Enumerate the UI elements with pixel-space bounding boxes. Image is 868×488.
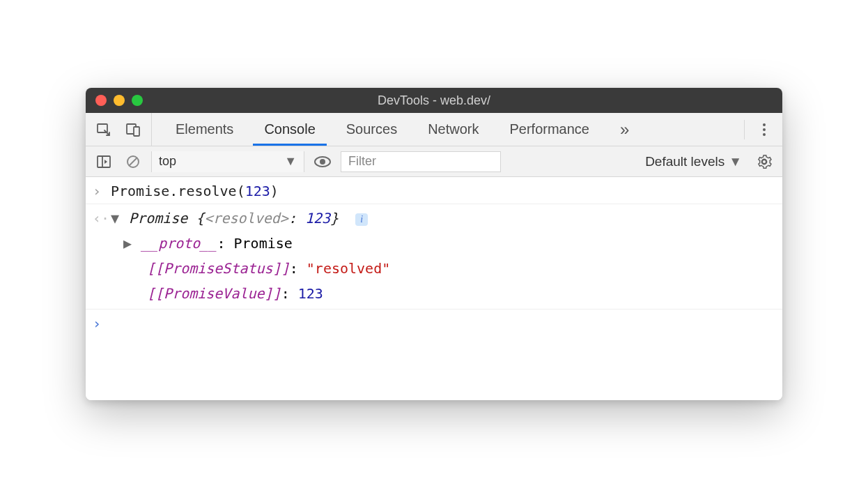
console-toolbar: top ▼ Default levels ▼	[86, 146, 782, 177]
toggle-sidebar-icon[interactable]	[93, 151, 115, 173]
dropdown-arrow-icon: ▼	[729, 154, 742, 169]
inspect-element-icon[interactable]	[93, 119, 115, 141]
tab-sources[interactable]: Sources	[331, 113, 412, 146]
traffic-lights	[95, 95, 143, 106]
window-titlebar: DevTools - web.dev/	[86, 88, 782, 113]
console-output: › Promise.resolve(123) ‹· ▼ Promise {<re…	[86, 177, 782, 400]
result-status-row[interactable]: [[PromiseStatus]]: "resolved"	[86, 254, 782, 280]
svg-point-11	[320, 159, 325, 165]
levels-label: Default levels	[645, 154, 724, 169]
clear-console-icon[interactable]	[122, 151, 144, 173]
expand-arrow-icon[interactable]: ▼	[111, 207, 121, 229]
tabbar-right-tools	[733, 113, 782, 146]
svg-point-4	[763, 128, 766, 131]
output-chevron-icon: ‹·	[93, 207, 111, 229]
tab-network[interactable]: Network	[412, 113, 494, 146]
svg-rect-2	[134, 127, 139, 136]
console-input-row: › Promise.resolve(123)	[86, 177, 782, 202]
console-result-row: ‹· ▼ Promise {<resolved>: 123} i	[86, 204, 782, 229]
input-chevron-icon: ›	[93, 180, 111, 202]
result-summary[interactable]: ▼ Promise {<resolved>: 123} i	[111, 207, 775, 229]
console-settings-icon[interactable]	[753, 151, 775, 173]
console-prompt-row[interactable]: ›	[86, 310, 782, 335]
result-proto-row[interactable]: ▶ __proto__: Promise	[86, 229, 782, 254]
svg-point-5	[763, 133, 766, 136]
svg-line-9	[130, 158, 137, 165]
filter-input[interactable]	[341, 151, 501, 172]
panel-tabs: Elements Console Sources Network Perform…	[152, 113, 733, 146]
toggle-device-icon[interactable]	[122, 119, 144, 141]
tab-console[interactable]: Console	[249, 113, 330, 146]
window-title: DevTools - web.dev/	[86, 93, 782, 108]
minimize-window-button[interactable]	[114, 95, 125, 106]
prompt-chevron-icon: ›	[93, 312, 111, 335]
tab-elements[interactable]: Elements	[160, 113, 249, 146]
svg-point-3	[763, 123, 766, 126]
panel-tabbar: Elements Console Sources Network Perform…	[86, 113, 782, 146]
tab-performance[interactable]: Performance	[495, 113, 605, 146]
info-badge-icon[interactable]: i	[355, 213, 368, 226]
live-expression-icon[interactable]	[311, 151, 334, 173]
kebab-menu-icon[interactable]	[753, 119, 775, 141]
svg-point-12	[762, 160, 766, 164]
more-tabs-button[interactable]: »	[605, 113, 644, 146]
divider	[744, 120, 745, 139]
log-levels-select[interactable]: Default levels ▼	[645, 154, 746, 169]
dropdown-arrow-icon: ▼	[284, 154, 297, 169]
result-value-row[interactable]: [[PromiseValue]]: 123	[86, 280, 782, 305]
context-label: top	[159, 154, 176, 169]
maximize-window-button[interactable]	[132, 95, 143, 106]
input-expression[interactable]: Promise.resolve(123)	[111, 180, 775, 202]
devtools-window: DevTools - web.dev/ Elements Console Sou…	[86, 88, 782, 400]
execution-context-select[interactable]: top ▼	[151, 151, 304, 172]
console-prompt-input[interactable]	[111, 312, 775, 335]
tabbar-left-tools	[86, 113, 152, 146]
svg-rect-6	[98, 156, 110, 167]
expand-arrow-icon[interactable]: ▶	[123, 232, 133, 254]
close-window-button[interactable]	[95, 95, 107, 106]
